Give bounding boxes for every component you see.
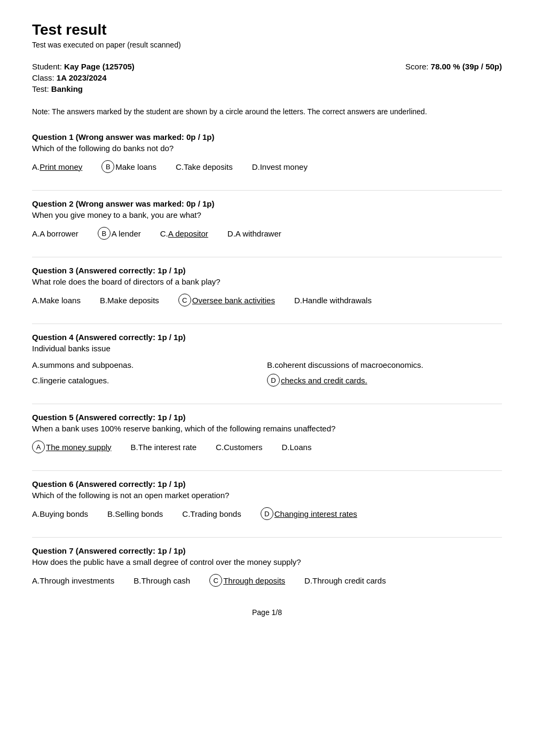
question-block-6: Question 6 (Answered correctly: 1p / 1p)… bbox=[32, 479, 502, 520]
question-text-4: Individual banks issue bbox=[32, 344, 502, 353]
answer-item-2-2: BA lender bbox=[98, 227, 141, 240]
answer-label-7-2: B. bbox=[134, 576, 141, 585]
answers-row-2: A. A borrowerBA lenderC. A depositorD. A… bbox=[32, 227, 502, 240]
answer-text-3-3: Oversee bank activities bbox=[192, 296, 275, 305]
answer-label-3-1: A. bbox=[32, 296, 40, 305]
answer-label-2-3: C. bbox=[160, 229, 168, 238]
answer-text-6-1: Buying bonds bbox=[40, 509, 88, 518]
answer-text-7-4: Through credit cards bbox=[312, 576, 386, 585]
answer-text-5-3: Customers bbox=[224, 443, 263, 452]
answer-text-5-2: The interest rate bbox=[138, 443, 197, 452]
answer-item-4-4: Dchecks and credit cards. bbox=[267, 374, 483, 387]
answer-item-6-1: A. Buying bonds bbox=[32, 509, 88, 518]
question-block-4: Question 4 (Answered correctly: 1p / 1p)… bbox=[32, 333, 502, 387]
answer-text-1-2: Make loans bbox=[115, 162, 156, 171]
answer-text-2-1: A borrower bbox=[40, 229, 78, 238]
answer-label-1-3: C. bbox=[176, 162, 184, 171]
question-block-5: Question 5 (Answered correctly: 1p / 1p)… bbox=[32, 413, 502, 453]
class-name: 1A 2023/2024 bbox=[57, 73, 107, 82]
answers-row-7: A. Through investmentsB. Through cashCTh… bbox=[32, 574, 502, 587]
circled-label-2-2: B bbox=[98, 227, 111, 240]
answer-label-4-1: A. bbox=[32, 360, 40, 369]
answer-label-7-1: A. bbox=[32, 576, 40, 585]
answer-item-6-3: C. Trading bonds bbox=[182, 509, 241, 518]
answer-label-1-1: A. bbox=[32, 162, 40, 171]
answer-item-5-2: B. The interest rate bbox=[131, 443, 197, 452]
question-text-3: What role does the board of directors of… bbox=[32, 277, 502, 286]
questions-container: Question 1 (Wrong answer was marked: 0p … bbox=[32, 132, 502, 587]
footer-text: Page 1/8 bbox=[252, 608, 282, 617]
circled-label-4-4: D bbox=[267, 374, 280, 387]
answers-row-5: AThe money supplyB. The interest rateC. … bbox=[32, 440, 502, 453]
answer-item-1-3: C. Take deposits bbox=[176, 162, 233, 171]
answer-text-4-3: lingerie catalogues. bbox=[40, 376, 109, 385]
answer-item-7-3: CThrough deposits bbox=[209, 574, 285, 587]
answer-item-4-3: C. lingerie catalogues. bbox=[32, 374, 248, 387]
answer-text-7-1: Through investments bbox=[40, 576, 114, 585]
question-block-3: Question 3 (Answered correctly: 1p / 1p)… bbox=[32, 266, 502, 306]
question-text-5: When a bank uses 100% reserve banking, w… bbox=[32, 424, 502, 433]
student-line: Student: Kay Page (125705) bbox=[32, 62, 135, 71]
answer-text-3-4: Handle withdrawals bbox=[302, 296, 372, 305]
answer-text-1-3: Take deposits bbox=[184, 162, 233, 171]
answer-text-5-4: Loans bbox=[290, 443, 312, 452]
answer-label-5-3: C. bbox=[216, 443, 224, 452]
page-footer: Page 1/8 bbox=[32, 608, 502, 617]
answer-item-3-1: A. Make loans bbox=[32, 296, 81, 305]
answer-item-5-3: C. Customers bbox=[216, 443, 263, 452]
answer-item-6-2: B. Selling bonds bbox=[107, 509, 163, 518]
answer-item-5-1: AThe money supply bbox=[32, 440, 112, 453]
question-text-2: When you give money to a bank, you are w… bbox=[32, 210, 502, 219]
answers-row-3: A. Make loansB. Make depositsCOversee ba… bbox=[32, 294, 502, 306]
answer-label-6-3: C. bbox=[182, 509, 190, 518]
question-text-6: Which of the following is not an open ma… bbox=[32, 491, 502, 500]
answer-label-4-2: B. bbox=[267, 360, 274, 369]
answer-item-4-2: B. coherent discussions of macroeconomic… bbox=[267, 360, 483, 369]
answer-text-3-2: Make deposits bbox=[107, 296, 159, 305]
student-label: Student: bbox=[32, 62, 62, 71]
answer-text-4-2: coherent discussions of macroeconomics. bbox=[274, 360, 423, 369]
answers-row-4: A. summons and subpoenas.B. coherent dis… bbox=[32, 360, 502, 387]
answers-row-1: A. Print moneyBMake loansC. Take deposit… bbox=[32, 160, 502, 173]
answer-item-2-3: C. A depositor bbox=[160, 229, 208, 238]
score-value: 78.00 % (39p / 50p) bbox=[431, 62, 502, 71]
question-block-1: Question 1 (Wrong answer was marked: 0p … bbox=[32, 132, 502, 173]
answer-label-5-4: D. bbox=[282, 443, 290, 452]
answer-text-6-3: Trading bonds bbox=[190, 509, 241, 518]
note-text: Note: The answers marked by the student … bbox=[32, 106, 502, 117]
answer-item-6-4: DChanging interest rates bbox=[261, 507, 357, 520]
answer-text-7-3: Through deposits bbox=[223, 576, 285, 585]
circled-label-3-3: C bbox=[178, 294, 191, 306]
answer-label-3-2: B. bbox=[100, 296, 107, 305]
answer-label-2-1: A. bbox=[32, 229, 40, 238]
page-subtitle: Test was executed on paper (result scann… bbox=[32, 41, 502, 49]
question-header-6: Question 6 (Answered correctly: 1p / 1p) bbox=[32, 479, 502, 489]
circled-label-6-4: D bbox=[261, 507, 273, 520]
answer-item-2-1: A. A borrower bbox=[32, 229, 78, 238]
question-text-7: How does the public have a small degree … bbox=[32, 557, 502, 566]
answer-text-7-2: Through cash bbox=[141, 576, 190, 585]
score-label: Score: bbox=[405, 62, 428, 71]
question-block-2: Question 2 (Wrong answer was marked: 0p … bbox=[32, 199, 502, 240]
answer-item-5-4: D. Loans bbox=[282, 443, 312, 452]
answer-text-4-1: summons and subpoenas. bbox=[40, 360, 134, 369]
answer-item-2-4: D. A withdrawer bbox=[227, 229, 281, 238]
answer-label-5-2: B. bbox=[131, 443, 138, 452]
test-name: Banking bbox=[51, 84, 83, 93]
answers-row-6: A. Buying bondsB. Selling bondsC. Tradin… bbox=[32, 507, 502, 520]
answer-text-3-1: Make loans bbox=[40, 296, 81, 305]
question-header-7: Question 7 (Answered correctly: 1p / 1p) bbox=[32, 546, 502, 555]
answer-text-2-4: A withdrawer bbox=[235, 229, 281, 238]
class-line: Class: 1A 2023/2024 bbox=[32, 73, 135, 82]
answer-item-1-1: A. Print money bbox=[32, 162, 82, 171]
answer-label-4-3: C. bbox=[32, 376, 40, 385]
student-name: Kay Page (125705) bbox=[64, 62, 135, 71]
answer-label-3-4: D. bbox=[294, 296, 302, 305]
answer-item-3-4: D. Handle withdrawals bbox=[294, 296, 372, 305]
answer-label-1-4: D. bbox=[252, 162, 260, 171]
question-header-4: Question 4 (Answered correctly: 1p / 1p) bbox=[32, 333, 502, 342]
answer-label-7-4: D. bbox=[304, 576, 312, 585]
circled-label-5-1: A bbox=[32, 440, 45, 453]
page-title: Test result bbox=[32, 21, 502, 38]
answer-text-2-2: A lender bbox=[112, 229, 141, 238]
